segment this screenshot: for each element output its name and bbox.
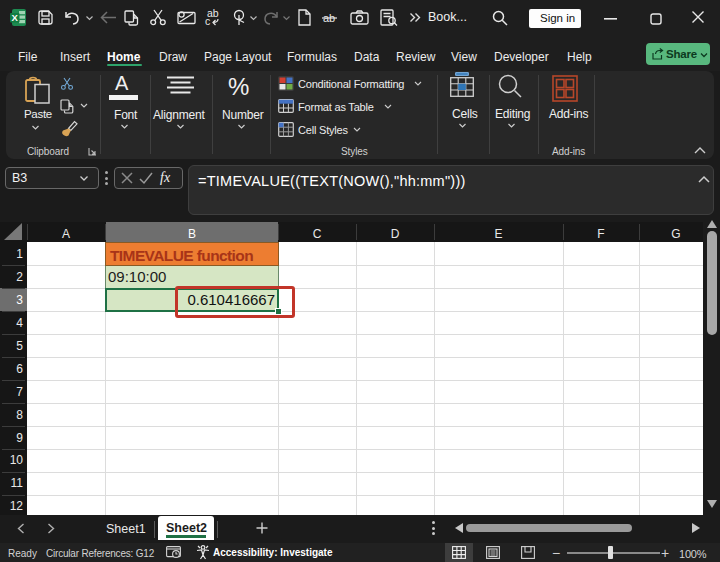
svg-text:c: c bbox=[205, 15, 210, 27]
svg-text:X: X bbox=[12, 12, 19, 23]
